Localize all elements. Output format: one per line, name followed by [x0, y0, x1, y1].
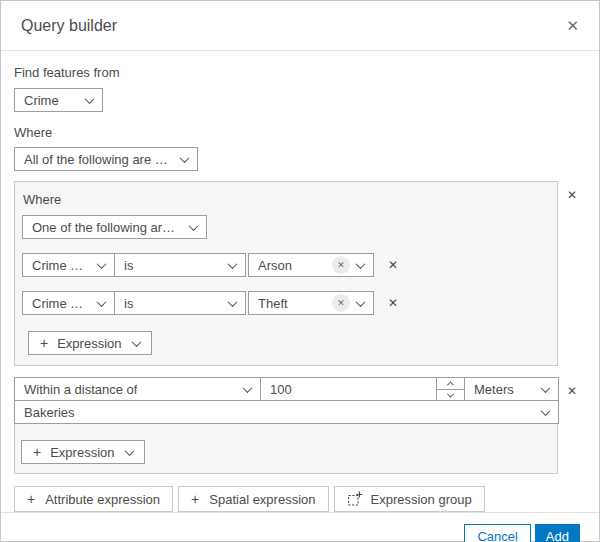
chevron-down-icon	[124, 446, 134, 456]
dialog-title: Query builder	[21, 17, 117, 35]
chevron-down-icon	[541, 383, 551, 393]
chevron-down-icon	[356, 297, 366, 307]
add-expression-button[interactable]: + Expression	[28, 331, 152, 355]
clause-select-value: All of the following are true	[24, 152, 171, 167]
unit-select[interactable]: Meters	[464, 377, 559, 401]
target-layer-row: Bakeries	[14, 400, 558, 424]
attribute-expression-label: Attribute expression	[45, 492, 160, 507]
add-expression-label: Expression	[50, 445, 114, 460]
chevron-down-icon	[180, 153, 190, 163]
add-spatial-expression-button[interactable]: + Spatial expression	[178, 486, 328, 512]
plus-icon: +	[33, 444, 41, 460]
chevron-down-icon	[97, 297, 107, 307]
expression-row: Crime Type is Arson ✕ ✕	[22, 253, 548, 277]
expression-group-label: Expression group	[371, 492, 472, 507]
chevron-down-icon	[541, 406, 551, 416]
close-icon[interactable]: ✕	[564, 16, 581, 35]
find-features-label: Find features from	[14, 65, 586, 80]
plus-icon: +	[40, 335, 48, 351]
value-chip-label: Arson	[258, 258, 292, 273]
expression-group-2-row: Within a distance of Meters	[14, 377, 586, 474]
group1-operator-select[interactable]: One of the following are tr...	[22, 215, 207, 239]
field-select[interactable]: Crime Type	[22, 291, 115, 315]
stepper-up-button[interactable]	[437, 378, 464, 389]
chevron-down-icon	[85, 94, 95, 104]
chip-remove-icon[interactable]: ✕	[332, 294, 350, 312]
value-combobox[interactable]: Theft ✕	[248, 291, 374, 315]
chevron-up-icon	[447, 381, 454, 388]
chevron-down-icon	[447, 390, 454, 397]
chevron-down-icon	[97, 259, 107, 269]
expression-group-1-row: Where One of the following are tr... Cri…	[14, 181, 586, 366]
clause-select[interactable]: All of the following are true	[14, 147, 198, 171]
spatial-expression-row: Within a distance of Meters	[14, 377, 558, 401]
remove-group-icon[interactable]: ✕	[558, 377, 586, 397]
value-chip-label: Theft	[258, 296, 288, 311]
chevron-down-icon	[228, 259, 238, 269]
layer-select[interactable]: Crime	[14, 88, 103, 112]
target-layer-select[interactable]: Bakeries	[14, 400, 559, 424]
layer-select-value: Crime	[24, 93, 59, 108]
target-layer-value: Bakeries	[24, 405, 75, 420]
field-select[interactable]: Crime Type	[22, 253, 115, 277]
where-label: Where	[14, 125, 586, 140]
plus-icon: +	[191, 491, 199, 507]
add-expression-group-button[interactable]: Expression group	[334, 486, 485, 512]
expression-group-icon	[347, 491, 363, 507]
chevron-down-icon	[356, 259, 366, 269]
distance-stepper	[436, 378, 464, 400]
operator-select-value: is	[124, 296, 133, 311]
expression-group-2: Within a distance of Meters	[14, 377, 558, 474]
add-expression-button[interactable]: + Expression	[21, 440, 145, 464]
plus-icon: +	[27, 491, 35, 507]
chip-remove-icon[interactable]: ✕	[332, 256, 350, 274]
chevron-down-icon	[228, 297, 238, 307]
chevron-down-icon	[243, 383, 253, 393]
add-button[interactable]: Add	[535, 524, 580, 542]
group1-where-label: Where	[23, 192, 548, 207]
dialog-footer: Cancel Add	[1, 512, 599, 542]
spatial-type-value: Within a distance of	[24, 382, 137, 397]
operator-select-value: is	[124, 258, 133, 273]
dialog-header: Query builder ✕	[1, 1, 599, 51]
remove-expression-icon[interactable]: ✕	[386, 295, 400, 311]
chevron-down-icon	[131, 337, 141, 347]
chevron-down-icon	[189, 221, 199, 231]
field-select-value: Crime Type	[32, 296, 88, 311]
value-combobox[interactable]: Arson ✕	[248, 253, 374, 277]
operator-select[interactable]: is	[114, 253, 246, 277]
unit-select-value: Meters	[474, 382, 514, 397]
add-attribute-expression-button[interactable]: + Attribute expression	[14, 486, 173, 512]
spatial-expression-label: Spatial expression	[209, 492, 315, 507]
distance-input[interactable]	[261, 378, 436, 400]
stepper-down-button[interactable]	[437, 389, 464, 400]
builder-actions: + Attribute expression + Spatial express…	[14, 486, 586, 512]
dialog-body: Find features from Crime Where All of th…	[1, 51, 599, 512]
cancel-button[interactable]: Cancel	[464, 524, 530, 542]
spatial-type-select[interactable]: Within a distance of	[14, 377, 261, 401]
expression-row: Crime Type is Theft ✕ ✕	[22, 291, 548, 315]
remove-group-icon[interactable]: ✕	[558, 181, 586, 201]
query-builder-dialog: Query builder ✕ Find features from Crime…	[0, 0, 600, 542]
field-select-value: Crime Type	[32, 258, 88, 273]
group1-operator-value: One of the following are tr...	[32, 220, 180, 235]
remove-expression-icon[interactable]: ✕	[386, 257, 400, 273]
expression-group-1: Where One of the following are tr... Cri…	[14, 181, 558, 366]
add-expression-label: Expression	[57, 336, 121, 351]
operator-select[interactable]: is	[114, 291, 246, 315]
distance-input-group	[260, 377, 465, 401]
